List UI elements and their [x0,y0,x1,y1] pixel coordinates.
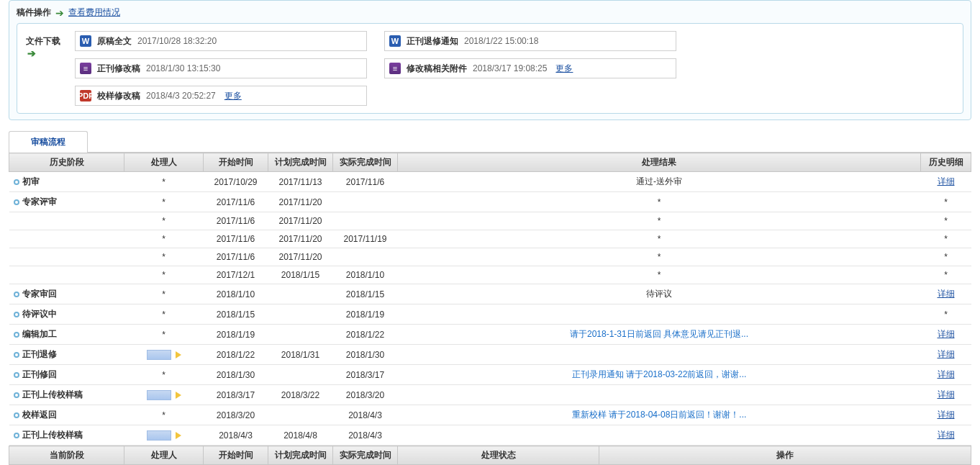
bullet-icon [14,312,19,317]
rar-icon: ≡ [389,63,401,74]
table-row: *2017/11/62017/11/20** [9,212,971,230]
view-fees-link[interactable]: 查看费用情况 [68,6,120,19]
table-row: *2017/11/62017/11/20** [9,248,971,266]
file-name: 正刊退修通知 [407,35,458,48]
table-row: 专家审回*2018/1/102018/1/15待评议详细 [9,284,971,304]
file-item[interactable]: W正刊退修通知2018/1/22 15:00:18 [384,31,676,51]
detail-link[interactable]: 详细 [938,176,955,186]
bullet-icon [14,292,19,297]
table-row: *2017/11/62017/11/202017/11/19** [9,230,971,248]
bullet-icon [14,433,19,438]
file-date: 2018/1/22 15:00:18 [464,36,538,46]
triangle-icon [176,432,181,439]
table-row: 正刊上传校样稿2018/3/172018/3/222018/3/20详细 [9,385,971,405]
stage-name: 校样返回 [22,410,57,420]
detail-link[interactable]: 详细 [938,289,955,299]
detail-link[interactable]: 详细 [938,349,955,359]
th-plan: 计划完成时间 [268,153,333,172]
arrow-right-icon: ➔ [55,7,64,19]
file-date: 2018/4/3 20:52:27 [146,91,216,101]
th-cur-op: 操作 [599,446,971,465]
file-name: 正刊修改稿 [97,63,140,75]
download-label: 文件下载 ➔ [26,31,69,59]
th-cur-handler: 处理人 [124,446,204,465]
file-name: 修改稿相关附件 [407,63,467,75]
pdf-icon: PDF [80,90,91,101]
th-result: 处理结果 [398,153,921,172]
tabs: 审稿流程 [9,130,971,153]
file-item[interactable]: PDF校样修改稿2018/4/3 20:52:27更多 [75,86,367,106]
stage-name: 待评议中 [22,309,57,319]
file-date: 2018/1/30 13:15:30 [146,63,220,73]
download-panel: 文件下载 ➔ W原稿全文2017/10/28 18:32:20≡正刊修改稿201… [17,23,963,114]
th-cur-stage: 当前阶段 [9,446,124,465]
th-actual: 实际完成时间 [333,153,398,172]
bullet-icon [14,352,19,358]
table-row: 正刊上传校样稿2018/4/32018/4/82018/4/3详细 [9,425,971,446]
file-name: 校样修改稿 [97,90,140,102]
more-link[interactable]: 更多 [555,63,573,75]
stage-name: 专家审回 [22,289,57,299]
handler-badge [147,390,171,400]
th-stage: 历史阶段 [9,153,124,172]
detail-link[interactable]: 详细 [938,329,955,339]
bullet-icon [14,372,19,378]
detail-link[interactable]: 详细 [938,389,955,399]
detail-link[interactable]: 详细 [938,410,955,420]
file-item[interactable]: ≡修改稿相关附件2018/3/17 19:08:25更多 [384,58,676,78]
ops-label: 稿件操作 [17,6,51,19]
detail-link[interactable]: 详细 [938,430,955,440]
stage-name: 编辑加工 [22,329,57,339]
table-row: 专家评审*2017/11/62017/11/20** [9,192,971,212]
handler-badge [147,430,171,441]
th-cur-status: 处理状态 [398,446,599,465]
triangle-icon [176,351,181,358]
th-detail: 历史明细 [921,153,971,172]
table-row: 编辑加工*2018/1/192018/1/22请于2018-1-31日前返回 具… [9,325,971,345]
bullet-icon [14,392,19,398]
word-icon: W [389,35,401,47]
more-link[interactable]: 更多 [224,90,242,102]
stage-name: 正刊退修 [22,349,57,359]
bullet-icon [14,179,19,185]
history-table: 历史阶段 处理人 开始时间 计划完成时间 实际完成时间 处理结果 历史明细 初审… [9,153,971,446]
result-link[interactable]: 重新校样 请于2018-04-08日前返回！谢谢！... [572,410,747,420]
table-row: 正刊修回*2018/1/302018/3/17正刊录用通知 请于2018-03-… [9,365,971,385]
file-date: 2017/10/28 18:32:20 [137,36,217,46]
arrow-right-icon: ➔ [27,48,36,59]
th-cur-plan: 计划完成时间 [268,446,333,465]
result-link[interactable]: 正刊录用通知 请于2018-03-22前返回，谢谢... [572,369,747,379]
result-link[interactable]: 请于2018-1-31日前返回 具体意见请见正刊退... [570,329,748,339]
detail-link[interactable]: 详细 [938,369,955,379]
table-row: 校样返回*2018/3/202018/4/3重新校样 请于2018-04-08日… [9,405,971,425]
th-cur-start: 开始时间 [204,446,268,465]
stage-name: 专家评审 [22,197,57,207]
table-row: 正刊退修2018/1/222018/1/312018/1/30详细 [9,345,971,365]
stage-name: 正刊上传校样稿 [22,389,83,399]
operations-panel: 稿件操作 ➔ 查看费用情况 文件下载 ➔ W原稿全文2017/10/28 18:… [9,0,971,120]
th-handler: 处理人 [124,153,204,172]
file-item[interactable]: W原稿全文2017/10/28 18:32:20 [75,31,367,51]
stage-name: 正刊修回 [22,369,57,379]
word-icon: W [80,35,91,47]
file-date: 2018/3/17 19:08:25 [473,63,547,73]
stage-name: 正刊上传校样稿 [22,430,83,440]
stage-name: 初审 [22,176,40,186]
file-name: 原稿全文 [97,35,132,48]
file-item[interactable]: ≡正刊修改稿2018/1/30 13:15:30 [75,58,367,78]
table-row: 待评议中*2018/1/152018/1/19* [9,304,971,325]
triangle-icon [176,392,181,399]
table-row: *2017/12/12018/1/152018/1/10** [9,266,971,284]
th-cur-actual: 实际完成时间 [333,446,398,465]
bullet-icon [14,199,19,205]
th-start: 开始时间 [204,153,268,172]
table-row: 初审*2017/10/292017/11/132017/11/6通过-送外审详细 [9,172,971,192]
rar-icon: ≡ [80,63,91,74]
tab-review-process[interactable]: 审稿流程 [9,131,88,153]
current-table: 当前阶段 处理人 开始时间 计划完成时间 实际完成时间 处理状态 操作 校样返回… [9,446,971,465]
bullet-icon [14,332,19,338]
bullet-icon [14,412,19,418]
handler-badge [147,350,171,360]
